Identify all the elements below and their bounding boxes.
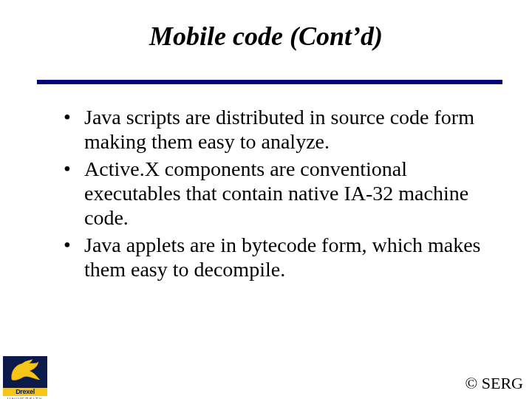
bullet-list: Java scripts are distributed in source c…	[37, 105, 495, 282]
slide: Mobile code (Cont’d) Java scripts are di…	[0, 0, 532, 399]
list-item: Java applets are in bytecode form, which…	[64, 233, 495, 282]
dragon-icon	[3, 356, 47, 387]
list-item: Java scripts are distributed in source c…	[64, 105, 495, 154]
copyright-text: © SERG	[466, 374, 523, 393]
title-divider	[37, 80, 502, 84]
logo-band: Drexel	[3, 387, 47, 396]
drexel-logo: Drexel UNIVERSITY	[3, 356, 47, 396]
logo-name: Drexel	[3, 388, 47, 396]
list-item: Active.X components are conventional exe…	[64, 157, 495, 230]
slide-title: Mobile code (Cont’d)	[37, 21, 495, 59]
